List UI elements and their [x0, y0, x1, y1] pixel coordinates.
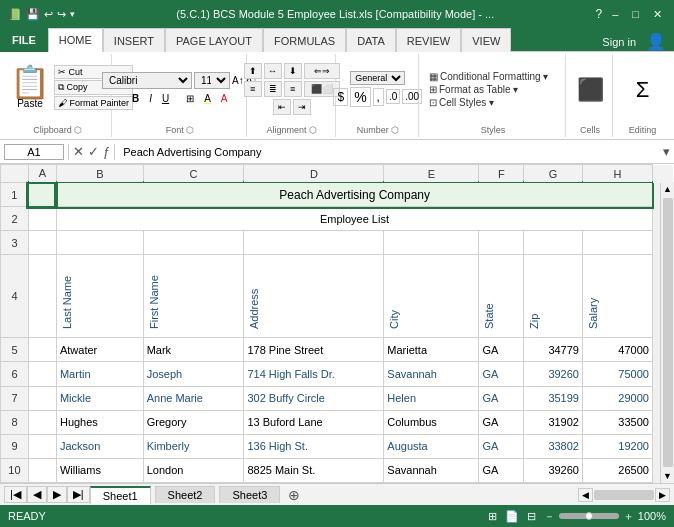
sign-in-button[interactable]: Sign in: [596, 34, 642, 50]
cell-A4[interactable]: [28, 255, 56, 338]
cell-E4[interactable]: City: [384, 255, 479, 338]
scroll-last-sheet-btn[interactable]: ▶|: [67, 486, 90, 503]
tab-file[interactable]: FILE: [0, 28, 48, 52]
cell-F3[interactable]: [479, 231, 524, 255]
cell-B7[interactable]: Mickle: [56, 386, 143, 410]
center-align-btn[interactable]: ≣: [264, 81, 282, 97]
cell-D3[interactable]: [244, 231, 384, 255]
zoom-out-btn[interactable]: －: [544, 509, 555, 524]
italic-button[interactable]: I: [145, 91, 156, 106]
wrap-text-btn[interactable]: ⇐⇒: [304, 63, 340, 79]
scroll-first-sheet-btn[interactable]: |◀: [4, 486, 27, 503]
cell-F4[interactable]: State: [479, 255, 524, 338]
cell-E3[interactable]: [384, 231, 479, 255]
cell-G6[interactable]: 39260: [524, 362, 583, 386]
page-view-icon[interactable]: 📄: [505, 510, 519, 523]
cell-B8[interactable]: Hughes: [56, 410, 143, 434]
font-dialog-icon[interactable]: ⬡: [186, 125, 194, 135]
cell-styles-btn[interactable]: ⊡ Cell Styles ▾: [427, 96, 496, 109]
quick-access-save[interactable]: 💾: [26, 8, 40, 21]
formula-input[interactable]: [119, 145, 659, 159]
cell-G10[interactable]: 39260: [524, 458, 583, 482]
cell-D7[interactable]: 302 Buffy Circle: [244, 386, 384, 410]
cell-B1[interactable]: Peach Advertising Company: [56, 183, 652, 207]
sheet-tab-sheet1[interactable]: Sheet1: [90, 486, 151, 504]
middle-align-btn[interactable]: ↔: [264, 63, 282, 79]
sheet-tab-sheet2[interactable]: Sheet2: [155, 486, 216, 503]
col-header-A[interactable]: A: [28, 165, 56, 183]
scroll-down-btn[interactable]: ▼: [663, 469, 672, 483]
col-header-B[interactable]: B: [56, 165, 143, 183]
cell-D9[interactable]: 136 High St.: [244, 434, 384, 458]
font-family-select[interactable]: Calibri: [102, 72, 192, 89]
horizontal-scrollbar[interactable]: ◀ ▶: [578, 488, 670, 502]
col-header-F[interactable]: F: [479, 165, 524, 183]
hscroll-left-btn[interactable]: ◀: [578, 488, 593, 502]
tab-data[interactable]: DATA: [346, 28, 396, 52]
fill-color-button[interactable]: A: [200, 91, 215, 106]
cell-A2[interactable]: [28, 207, 56, 231]
cell-F5[interactable]: GA: [479, 338, 524, 362]
accounting-btn[interactable]: $: [333, 88, 348, 106]
col-header-G[interactable]: G: [524, 165, 583, 183]
cell-C3[interactable]: [143, 231, 244, 255]
restore-btn[interactable]: □: [628, 8, 643, 20]
cell-G3[interactable]: [524, 231, 583, 255]
cell-D10[interactable]: 8825 Main St.: [244, 458, 384, 482]
insert-function-icon[interactable]: ƒ: [103, 144, 110, 159]
minimize-btn[interactable]: –: [608, 8, 622, 20]
conditional-formatting-btn[interactable]: ▦ Conditional Formatting ▾: [427, 70, 550, 83]
page-break-icon[interactable]: ⊟: [527, 510, 536, 523]
cell-B5[interactable]: Atwater: [56, 338, 143, 362]
cell-E8[interactable]: Columbus: [384, 410, 479, 434]
hscroll-right-btn[interactable]: ▶: [655, 488, 670, 502]
cell-F10[interactable]: GA: [479, 458, 524, 482]
cell-B4[interactable]: Last Name: [56, 255, 143, 338]
cell-H8[interactable]: 33500: [582, 410, 652, 434]
cell-A1[interactable]: [28, 183, 56, 207]
cancel-formula-icon[interactable]: ✕: [73, 144, 84, 159]
cell-G7[interactable]: 35199: [524, 386, 583, 410]
cell-B9[interactable]: Jackson: [56, 434, 143, 458]
cell-H7[interactable]: 29000: [582, 386, 652, 410]
editing-button[interactable]: Σ: [634, 75, 652, 105]
percent-btn[interactable]: %: [350, 87, 370, 107]
increase-decimal-btn[interactable]: .00: [402, 89, 422, 104]
add-sheet-button[interactable]: ⊕: [284, 487, 304, 503]
formula-expand-icon[interactable]: ▾: [663, 144, 670, 159]
tab-formulas[interactable]: FORMULAS: [263, 28, 346, 52]
cell-F7[interactable]: GA: [479, 386, 524, 410]
help-icon[interactable]: ?: [596, 7, 603, 21]
bold-button[interactable]: B: [128, 91, 143, 106]
tab-home[interactable]: HOME: [48, 28, 103, 52]
right-align-btn[interactable]: ≡: [284, 81, 302, 97]
close-btn[interactable]: ✕: [649, 8, 666, 21]
cell-C6[interactable]: Joseph: [143, 362, 244, 386]
cell-F9[interactable]: GA: [479, 434, 524, 458]
cell-C7[interactable]: Anne Marie: [143, 386, 244, 410]
tab-page-layout[interactable]: PAGE LAYOUT: [165, 28, 263, 52]
bottom-align-btn[interactable]: ⬇: [284, 63, 302, 79]
font-color-button[interactable]: A: [217, 91, 232, 106]
col-header-E[interactable]: E: [384, 165, 479, 183]
cell-F8[interactable]: GA: [479, 410, 524, 434]
clipboard-dialog-icon[interactable]: ⬡: [74, 125, 82, 135]
decrease-decimal-btn[interactable]: .0: [386, 89, 400, 104]
cell-B6[interactable]: Martin: [56, 362, 143, 386]
scroll-prev-sheet-btn[interactable]: ◀: [27, 486, 47, 503]
scroll-up-btn[interactable]: ▲: [663, 182, 672, 196]
cell-H9[interactable]: 19200: [582, 434, 652, 458]
confirm-formula-icon[interactable]: ✓: [88, 144, 99, 159]
scroll-thumb[interactable]: [663, 198, 673, 467]
cell-H4[interactable]: Salary: [582, 255, 652, 338]
cell-A10[interactable]: [28, 458, 56, 482]
cell-D5[interactable]: 178 Pine Street: [244, 338, 384, 362]
cells-button[interactable]: ⬛: [575, 75, 606, 105]
cell-A5[interactable]: [28, 338, 56, 362]
format-as-table-btn[interactable]: ⊞ Format as Table ▾: [427, 83, 520, 96]
cell-D4[interactable]: Address: [244, 255, 384, 338]
hscroll-thumb[interactable]: [594, 490, 654, 500]
cell-D8[interactable]: 13 Buford Lane: [244, 410, 384, 434]
cell-A3[interactable]: [28, 231, 56, 255]
cell-G5[interactable]: 34779: [524, 338, 583, 362]
